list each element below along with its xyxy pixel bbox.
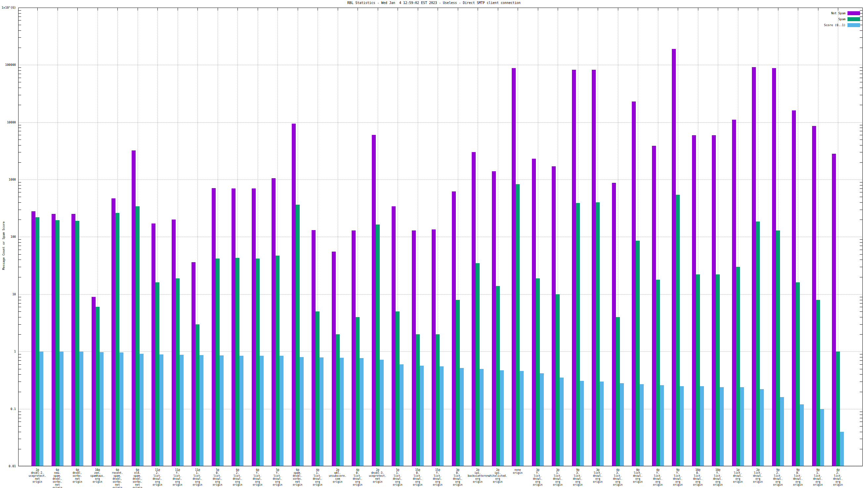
- x-tick-label: 11@ 1. list. dnswl. org origin: [188, 468, 208, 486]
- x-tick-label: 6@ Y. list. dnswl. org origin: [248, 468, 268, 486]
- x-tick-label: 3@ 1. list. dnswl. org origin: [548, 468, 568, 486]
- legend-label: Score (0..1): [824, 24, 845, 27]
- y-tick-label: 100000: [0, 63, 16, 66]
- x-tick-label: 4@ Y. list. dnswl. org origin: [648, 468, 668, 486]
- y-tick-label: 1: [0, 350, 16, 353]
- y-tick-label: 1000: [0, 178, 16, 181]
- legend-label: Spam: [838, 18, 845, 21]
- x-tick-label: 6@ new. spam. dnsbl. sorbs. net origin: [48, 468, 67, 488]
- x-tick-label: 15@ 0. list. dnswl. org origin: [408, 468, 428, 486]
- y-tick-label: 0.1: [0, 407, 16, 411]
- legend-swatch-score: [847, 23, 860, 27]
- x-tick-label: 6@ 2. list. dnswl. org origin: [227, 468, 247, 486]
- h-gridline: [18, 466, 863, 466]
- x-tick-label: 5@ Y. list. dnswl. org origin: [268, 468, 287, 486]
- x-tick-label: 10@ Y. list. dnswl. org origin: [708, 468, 728, 486]
- y-tick-label: 1x10^{6}: [0, 6, 16, 9]
- legend-item-not-spam: Not Spam: [824, 11, 860, 15]
- x-tick-label: 9@ 0. list. dnswl. org origin: [788, 468, 808, 486]
- x-tick-label: 9@ Y. list. dnswl. org origin: [668, 468, 688, 486]
- x-tick-label: 6@ old. spam. dnsbl. sorbs. net origin: [128, 468, 148, 488]
- x-tick-label: 6@ dnsbl. sorbs. net origin: [67, 468, 87, 483]
- x-tick-label: 4@ 1. list. dnswl. org origin: [308, 468, 328, 486]
- y-tick-label: 10: [0, 293, 16, 296]
- x-tick-label: 9@ 3. list. dnswl. org origin: [568, 468, 588, 486]
- x-tick-label: 3@ Y. list. dnswl. org origin: [528, 468, 548, 486]
- x-tick-label: 6@ spam. dnsbl. sorbs. net origin: [288, 468, 308, 486]
- legend-item-spam: Spam: [824, 17, 860, 21]
- x-tick-label: 3@ 0. list. dnswl. org origin: [448, 468, 468, 486]
- legend-item-score: Score (0..1): [824, 23, 860, 27]
- x-tick-label: 2@ ips. backscatterer. org origin: [468, 468, 488, 483]
- legend: Not Spam Spam Score (0..1): [824, 11, 860, 29]
- rbl-statistics-chart: RBL Statistics - Wed Jan 4 12:59:02 EST …: [0, 0, 868, 488]
- x-tick-label: 9@ 1. list. dnswl. org origin: [808, 468, 828, 486]
- x-tick-label: 5@ 0. list. dnswl. org origin: [208, 468, 227, 486]
- chart-title: RBL Statistics - Wed Jan 4 12:59:02 EST …: [0, 1, 868, 5]
- x-tick-label: 2@ dnsbl-3. uceprotect. net origin: [368, 468, 388, 483]
- x-tick-label: 10@ 0. list. dnswl. org origin: [688, 468, 708, 486]
- legend-swatch-spam: [847, 17, 860, 21]
- y-axis-label: Message Count or Spam Score: [2, 208, 5, 284]
- x-tick-label: 10@ zen. spamhaus. org origin: [88, 468, 107, 483]
- x-tick-label: 2@ wbl. unsubscore. com origin: [328, 468, 348, 483]
- y-tick-label: 10000: [0, 121, 16, 124]
- x-tick-label: 4@ 0. list. dnswl. org origin: [348, 468, 368, 486]
- x-tick-label: none origin: [508, 468, 528, 475]
- x-tick-label: 2@ list. dnswl. org origin: [748, 468, 768, 483]
- x-tick-label: 5@ 1. list. dnswl. org origin: [388, 468, 407, 486]
- x-tick-label: 0@ list. dnswl. org origin: [628, 468, 648, 483]
- x-tick-label: 15@ Y. list. dnswl. org origin: [428, 468, 447, 486]
- x-tick-label: 6@ recent. spam. dnsbl. sorbs. net origi…: [107, 468, 127, 488]
- x-tick-label: 11@ 2. list. dnswl. org origin: [148, 468, 167, 486]
- legend-swatch-not-spam: [847, 11, 860, 15]
- plot-frame: [18, 8, 863, 466]
- x-tick-label: 2@ ips. whitelisted. org origin: [488, 468, 508, 483]
- x-tick-label: 1@ list. dnswl. org origin: [728, 468, 748, 483]
- x-tick-label: 3@ list. dnswl. org origin: [588, 468, 608, 483]
- x-tick-label: 9@ 2. list. dnswl. org origin: [768, 468, 788, 486]
- legend-label: Not Spam: [831, 11, 845, 15]
- x-tick-label: 2@ dnsbl-2. uceprotect. net origin: [27, 468, 47, 483]
- x-tick-label: 11@ Y. list. dnswl. org origin: [168, 468, 188, 486]
- y-tick-label: 0.01: [0, 464, 16, 468]
- x-tick-label: 4@ 2. list. dnswl. org origin: [828, 468, 848, 486]
- y-tick-label: 100: [0, 235, 16, 238]
- x-tick-label: 4@ 3. list. dnswl. org origin: [608, 468, 628, 486]
